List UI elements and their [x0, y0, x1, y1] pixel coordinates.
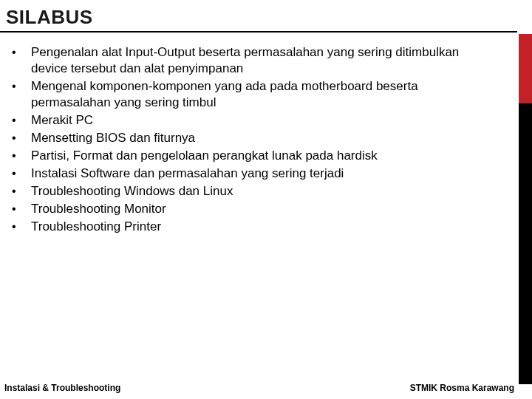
- bullet-text: Troubleshooting Windows dan Linux: [31, 183, 233, 200]
- bullet-list: •Pengenalan alat Input-Output beserta pe…: [7, 44, 495, 235]
- title-underline: [0, 31, 517, 33]
- side-accent-black: [519, 103, 532, 384]
- bullet-icon: •: [7, 201, 31, 217]
- list-item: •Troubleshooting Monitor: [7, 201, 495, 217]
- list-item: •Partisi, Format dan pengelolaan perangk…: [7, 148, 495, 164]
- footer-right: STMIK Rosma Karawang: [410, 383, 514, 393]
- bullet-icon: •: [7, 44, 31, 61]
- bullet-icon: •: [7, 148, 31, 164]
- bullet-text: Troubleshooting Monitor: [31, 201, 166, 217]
- bullet-text: Merakit PC: [31, 112, 93, 129]
- footer-left: Instalasi & Troubleshooting: [4, 383, 120, 393]
- bullet-icon: •: [7, 112, 31, 129]
- bullet-text: Partisi, Format dan pengelolaan perangka…: [31, 148, 378, 164]
- bullet-icon: •: [7, 78, 31, 95]
- bullet-text: Instalasi Software dan permasalahan yang…: [31, 166, 344, 182]
- bullet-text: Troubleshooting Printer: [31, 219, 161, 235]
- bullet-icon: •: [7, 183, 31, 200]
- slide: SILABUS •Pengenalan alat Input-Output be…: [0, 0, 532, 399]
- list-item: •Troubleshooting Printer: [7, 219, 495, 235]
- bullet-text: Mengenal komponen-komponen yang ada pada…: [31, 78, 495, 111]
- content-area: •Pengenalan alat Input-Output beserta pe…: [7, 44, 495, 236]
- list-item: •Instalasi Software dan permasalahan yan…: [7, 166, 495, 182]
- bullet-text: Pengenalan alat Input-Output beserta per…: [31, 44, 495, 77]
- bullet-icon: •: [7, 219, 31, 235]
- bullet-icon: •: [7, 130, 31, 146]
- list-item: •Merakit PC: [7, 112, 495, 129]
- page-title: SILABUS: [6, 6, 93, 29]
- bullet-icon: •: [7, 166, 31, 182]
- list-item: •Mensetting BIOS dan fiturnya: [7, 130, 495, 146]
- list-item: •Troubleshooting Windows dan Linux: [7, 183, 495, 200]
- bullet-text: Mensetting BIOS dan fiturnya: [31, 130, 195, 146]
- list-item: •Mengenal komponen-komponen yang ada pad…: [7, 78, 495, 111]
- side-accent-red: [519, 34, 532, 103]
- list-item: •Pengenalan alat Input-Output beserta pe…: [7, 44, 495, 77]
